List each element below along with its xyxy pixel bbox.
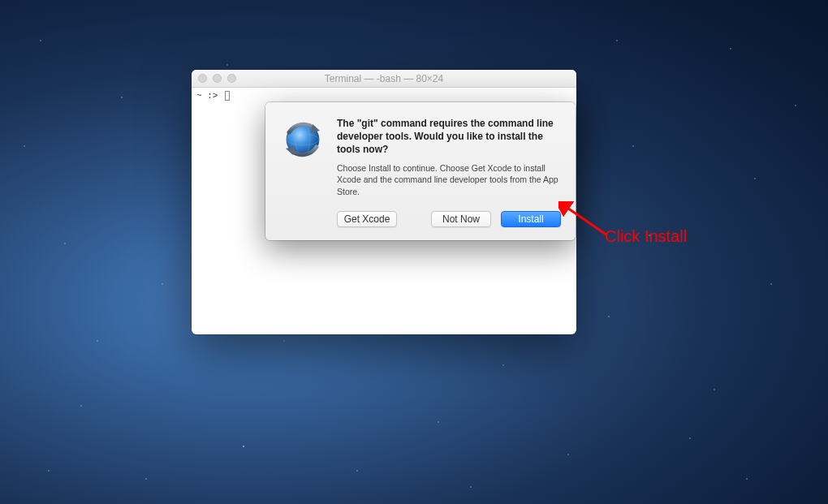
dialog-description: Choose Install to continue. Choose Get X… xyxy=(337,162,561,198)
terminal-prompt: ~ :> xyxy=(196,91,223,101)
get-xcode-button[interactable]: Get Xcode xyxy=(337,211,397,227)
window-titlebar[interactable]: Terminal — -bash — 80×24 xyxy=(192,70,576,88)
minimize-window-button[interactable] xyxy=(213,74,222,83)
install-button[interactable]: Install xyxy=(501,211,561,227)
install-dialog: The "git" command requires the command l… xyxy=(265,102,576,240)
terminal-body[interactable]: ~ :> xyxy=(192,88,576,104)
software-update-icon xyxy=(280,117,326,162)
terminal-cursor xyxy=(225,91,230,101)
window-title: Terminal — -bash — 80×24 xyxy=(192,73,576,84)
not-now-button[interactable]: Not Now xyxy=(431,211,491,227)
close-window-button[interactable] xyxy=(198,74,207,83)
dialog-heading: The "git" command requires the command l… xyxy=(337,117,561,157)
zoom-window-button[interactable] xyxy=(227,74,236,83)
